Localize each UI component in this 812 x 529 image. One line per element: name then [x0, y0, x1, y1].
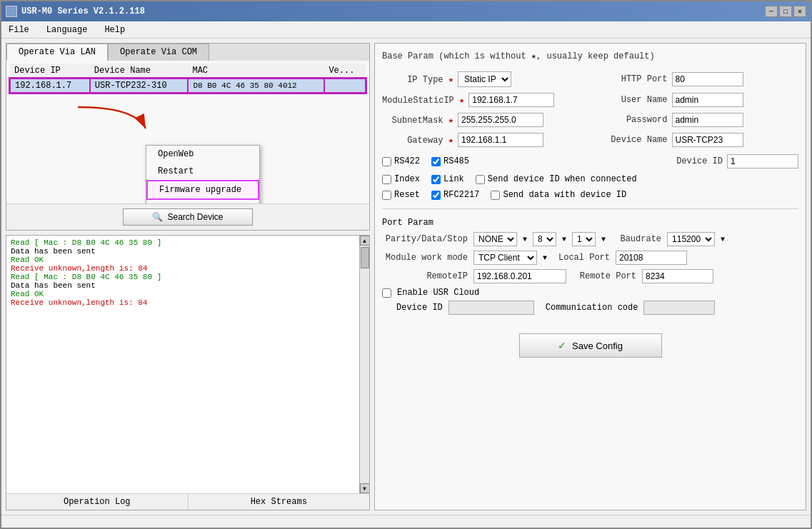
title-buttons: ─ □ ✕	[765, 6, 806, 17]
reset-checkbox[interactable]	[382, 191, 391, 200]
col-device-name: Device Name	[90, 64, 189, 79]
context-menu: OpenWeb Restart Firmware upgrade Reset C…	[146, 145, 260, 203]
main-content: Operate Via LAN Operate Via COM Device I…	[1, 39, 811, 515]
main-window: USR-M0 Series V2.1.2.118 ─ □ ✕ File Lang…	[0, 0, 812, 529]
minimize-button[interactable]: ─	[765, 6, 778, 17]
local-port-input[interactable]	[616, 251, 687, 265]
maximize-button[interactable]: □	[779, 6, 792, 17]
device-mac-cell: D8 B0 4C 46 35 80 4012	[188, 79, 324, 93]
tab-com[interactable]: Operate Via COM	[108, 44, 209, 61]
rs485-checkbox[interactable]	[431, 157, 441, 166]
parity-arrow: ▼	[523, 236, 527, 243]
log-scrollbar[interactable]: ▲ ▼	[359, 236, 369, 493]
device-row[interactable]: 192.168.1.7 USR-TCP232-310 D8 B0 4C 46 3…	[10, 79, 366, 93]
rs422-checkbox[interactable]	[382, 157, 391, 166]
save-config-button[interactable]: ✓ Save Config	[519, 333, 662, 358]
parity-baudrate-row: Parity/Data/Stop NONE ▼ 8 ▼ 1 ▼ Baudrate…	[382, 232, 798, 246]
scroll-track	[360, 246, 370, 483]
arrow-indicator	[64, 100, 156, 143]
log-tab-hex[interactable]: Hex Streams	[189, 494, 370, 510]
username-input[interactable]	[672, 93, 743, 107]
workmode-arrow: ▼	[543, 254, 547, 262]
right-panel: Base Param (which is without ★, usually …	[374, 43, 806, 510]
http-port-label: HTTP Port	[596, 74, 668, 84]
params-grid-2: ModuleStaticIP ★ User Name	[382, 93, 798, 107]
send-device-id-checkbox[interactable]	[476, 175, 485, 184]
scroll-down-button[interactable]: ▼	[360, 483, 370, 493]
http-port-row: HTTP Port	[596, 71, 799, 87]
password-input[interactable]	[672, 113, 743, 127]
context-firmware-upgrade[interactable]: Firmware upgrade	[146, 180, 259, 200]
link-checkbox[interactable]	[431, 175, 441, 184]
app-icon	[6, 6, 17, 17]
menu-file[interactable]: File	[6, 24, 32, 36]
gateway-label: Gateway ★	[382, 135, 453, 146]
remote-ip-port-row: RemoteIP Remote Port	[382, 269, 798, 283]
search-button-label: Search Device	[167, 212, 223, 222]
subnet-mask-input[interactable]	[458, 113, 543, 127]
star-gateway: ★	[448, 136, 453, 146]
log-line-3: Receive unknown,length is: 84	[11, 264, 355, 273]
scroll-up-button[interactable]: ▲	[360, 236, 370, 246]
log-line-1: Data has been sent	[11, 247, 355, 256]
context-restart[interactable]: Restart	[146, 163, 259, 180]
save-config-label: Save Config	[572, 341, 623, 351]
context-openweb[interactable]: OpenWeb	[146, 146, 259, 163]
device-table-container: Device IP Device Name MAC Ve... 192.168.…	[6, 61, 369, 203]
comm-code-input[interactable]	[643, 301, 715, 315]
enable-cloud-label: Enable USR Cloud	[397, 288, 479, 298]
reset-label: Reset	[394, 190, 420, 200]
rs422-checkbox-item: RS422	[382, 156, 420, 166]
log-line-4: Read [ Mac : D8 B0 4C 46 35 80 ]	[11, 273, 355, 281]
device-name-row: Device Name	[596, 133, 799, 147]
device-id-input[interactable]	[727, 154, 798, 168]
module-static-ip-row: ModuleStaticIP ★	[382, 93, 585, 107]
params-grid-1: IP Type ★ Static IP DHCP HTTP Port	[382, 71, 798, 87]
enable-cloud-checkbox[interactable]	[382, 288, 391, 298]
search-icon: 🔍	[152, 212, 163, 222]
parity-select[interactable]: NONE	[473, 232, 517, 246]
send-data-checkbox-item: Send data with device ID	[491, 190, 626, 200]
port-param-title: Port Param	[382, 218, 798, 228]
subnet-mask-label: SubnetMask ★	[382, 115, 453, 126]
gateway-input[interactable]	[458, 133, 543, 147]
username-label: User Name	[596, 95, 668, 105]
port-section: Port Param Parity/Data/Stop NONE ▼ 8 ▼ 1…	[382, 218, 798, 315]
module-static-ip-input[interactable]	[468, 93, 554, 107]
workmode-localport-row: Module work mode TCP Client TCP Server U…	[382, 251, 798, 265]
baudrate-select[interactable]: 115200	[667, 232, 715, 246]
save-checkmark: ✓	[558, 340, 566, 351]
menu-bar: File Language Help	[1, 21, 811, 39]
device-name-input[interactable]	[672, 133, 743, 147]
rfc2217-checkbox[interactable]	[431, 191, 441, 200]
stop-bits-select[interactable]: 1	[572, 232, 596, 246]
log-line-5: Data has been sent	[11, 281, 355, 290]
search-device-button[interactable]: 🔍 Search Device	[123, 208, 252, 226]
send-device-id-label: Send device ID when connected	[488, 174, 637, 184]
device-id-cloud-input[interactable]	[448, 301, 534, 315]
tab-lan[interactable]: Operate Via LAN	[6, 44, 108, 61]
log-line-6: Read OK	[11, 290, 355, 298]
send-data-label: Send data with device ID	[503, 190, 626, 200]
device-table: Device IP Device Name MAC Ve... 192.168.…	[9, 64, 366, 94]
context-reset[interactable]: Reset	[146, 200, 259, 203]
menu-help[interactable]: Help	[101, 24, 128, 36]
workmode-select[interactable]: TCP Client TCP Server UDP Client	[473, 251, 537, 265]
send-data-checkbox[interactable]	[491, 191, 500, 200]
menu-language[interactable]: Language	[44, 24, 91, 36]
device-id-cloud-label: Device ID	[396, 303, 443, 313]
data-bits-select[interactable]: 8	[533, 232, 556, 246]
ip-type-select[interactable]: Static IP DHCP	[458, 71, 511, 87]
http-port-input[interactable]	[672, 72, 743, 86]
close-button[interactable]: ✕	[793, 6, 806, 17]
log-tab-operation[interactable]: Operation Log	[6, 494, 189, 510]
comm-code-label: Communication code	[546, 303, 638, 313]
link-checkbox-item: Link	[431, 174, 464, 184]
remote-port-input[interactable]	[642, 269, 713, 283]
device-name-label: Device Name	[596, 135, 668, 145]
star-module-ip: ★	[459, 96, 464, 106]
baudrate-label: Baudrate	[611, 234, 661, 244]
remote-ip-input[interactable]	[473, 269, 566, 283]
scroll-thumb[interactable]	[361, 247, 369, 268]
index-checkbox[interactable]	[382, 175, 391, 184]
